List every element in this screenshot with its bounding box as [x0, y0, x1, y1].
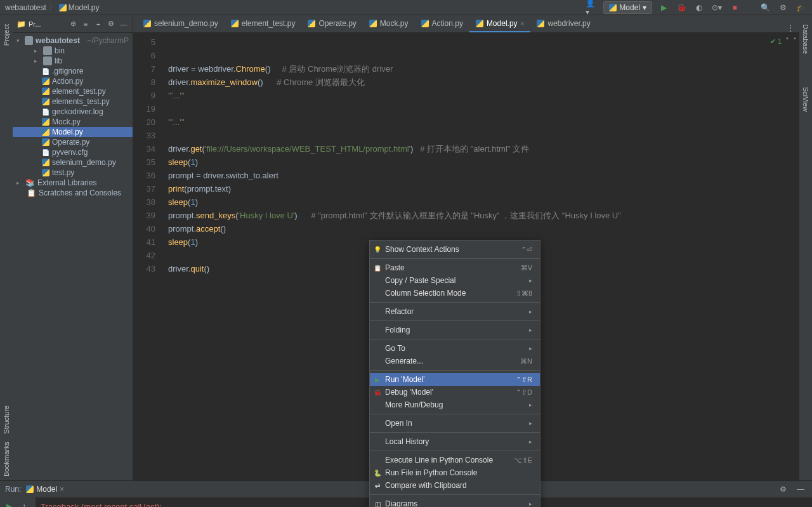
structure-tool-button[interactable]: Structure: [3, 402, 10, 438]
py-icon: 🐍: [373, 468, 382, 477]
tree-item-selenium_demo-py[interactable]: selenium_demo.py: [13, 157, 133, 168]
tree-item-test-py[interactable]: test.py: [13, 168, 133, 178]
menu-item-more-run-debug[interactable]: More Run/Debug▸: [370, 398, 540, 411]
editor-inspection-widget[interactable]: ✔ 1 ˄ ˅: [770, 37, 797, 46]
menu-item-folding[interactable]: Folding▸: [370, 324, 540, 336]
tab-label: Mock.py: [380, 19, 409, 28]
menu-item-paste[interactable]: 📋Paste⌘V: [370, 261, 540, 274]
up-button[interactable]: ↑: [18, 500, 30, 507]
tree-external-libraries[interactable]: ▸📚External Libraries: [13, 178, 133, 188]
tree-item-label: Operate.py: [52, 138, 89, 147]
chevron-down-icon[interactable]: ˅: [793, 37, 797, 46]
tab-selenium_demo-py[interactable]: selenium_demo.py: [137, 16, 225, 32]
tree-item-elements_test-py[interactable]: elements_test.py: [13, 96, 133, 107]
user-icon[interactable]: 👤▾: [586, 1, 598, 14]
tab-Operate-py[interactable]: Operate.py: [301, 16, 362, 32]
tab-Mock-py[interactable]: Mock.py: [363, 16, 415, 32]
chevron-up-icon[interactable]: ˄: [785, 37, 789, 46]
gear-icon[interactable]: ⚙: [106, 19, 116, 29]
profile-button[interactable]: ⊙▾: [710, 1, 723, 14]
tree-item-pyvenv-cfg[interactable]: 📄pyvenv.cfg: [13, 147, 133, 157]
python-icon: [42, 169, 49, 176]
run-config-selector[interactable]: Model▾: [603, 1, 652, 14]
run-panel-title: Run:: [5, 485, 21, 494]
tab-element_test-py[interactable]: element_test.py: [225, 16, 302, 32]
sciview-tool-button[interactable]: SciView: [802, 83, 809, 115]
tab-label: selenium_demo.py: [154, 19, 218, 28]
chevron-right-icon: ▸: [529, 420, 532, 426]
menu-label: Run File in Python Console: [385, 468, 477, 477]
menu-item-column-selection-mode[interactable]: Column Selection Mode⇧⌘8: [370, 287, 540, 300]
tree-scratches[interactable]: 📋Scratches and Consoles: [13, 188, 133, 198]
tree-item-label: geckodriver.log: [52, 107, 103, 116]
menu-item-run-model-[interactable]: ▶Run 'Model'⌃⇧R: [370, 373, 540, 386]
coverage-button[interactable]: ◐: [693, 1, 705, 14]
menu-item-show-context-actions[interactable]: 💡Show Context Actions⌃⏎: [370, 243, 540, 256]
tab-webdriver-py[interactable]: webdriver.py: [530, 16, 596, 32]
rerun-button[interactable]: ▶: [3, 500, 15, 507]
tree-item-Operate-py[interactable]: Operate.py: [13, 137, 133, 147]
run-tab[interactable]: Model×: [26, 485, 64, 494]
menu-item-copy-paste-special[interactable]: Copy / Paste Special▸: [370, 274, 540, 287]
tab-Model-py[interactable]: Model.py×: [469, 16, 531, 32]
tree-item-lib[interactable]: ▸lib: [13, 56, 133, 66]
context-menu[interactable]: 💡Show Context Actions⌃⏎📋Paste⌘VCopy / Pa…: [369, 240, 540, 507]
stop-button[interactable]: ■: [728, 1, 741, 14]
menu-label: Compare with Clipboard: [385, 481, 467, 490]
gear-icon[interactable]: ⚙: [776, 483, 789, 496]
tree-item-geckodriver-log[interactable]: 📄geckodriver.log: [13, 107, 133, 117]
menu-item-compare-with-clipboard[interactable]: ⇄Compare with Clipboard: [370, 479, 540, 492]
close-icon[interactable]: ×: [521, 20, 525, 27]
python-icon: [42, 118, 49, 126]
menu-item-debug-model-[interactable]: 🐞Debug 'Model'⌃⇧D: [370, 386, 540, 398]
breadcrumb-file[interactable]: Model.py: [59, 3, 100, 12]
menu-item-local-history[interactable]: Local History▸: [370, 435, 540, 448]
bookmarks-tool-button[interactable]: Bookmarks: [3, 438, 10, 480]
menu-item-refactor[interactable]: Refactor▸: [370, 305, 540, 318]
menu-item-execute-line-in-python-console[interactable]: Execute Line in Python Console⌥⇧E: [370, 454, 540, 466]
menu-label: Generate...: [385, 357, 423, 365]
tree-item-Model-py[interactable]: Model.py: [13, 127, 133, 137]
left-tool-strip: Project Structure Bookmarks: [0, 15, 13, 480]
tree-item-element_test-py[interactable]: element_test.py: [13, 86, 133, 96]
folder-icon: 📁: [16, 20, 26, 29]
menu-item-generate-[interactable]: Generate...⌘N: [370, 355, 540, 367]
tabs-more-icon[interactable]: ⋮: [782, 23, 799, 32]
breadcrumb-project[interactable]: webautotest: [5, 3, 46, 12]
locate-icon[interactable]: ⊕: [68, 19, 78, 29]
menu-shortcut: ⌃⇧D: [516, 388, 532, 397]
menu-label: Copy / Paste Special: [385, 276, 455, 285]
tree-item-Mock-py[interactable]: Mock.py: [13, 117, 133, 127]
project-tree[interactable]: ▾ webautotest ~/PycharmP ▸bin▸lib📄.gitig…: [13, 33, 133, 480]
tree-item--gitignore[interactable]: 📄.gitignore: [13, 66, 133, 76]
python-icon: [26, 485, 34, 493]
settings-icon[interactable]: ⚙: [776, 1, 789, 14]
search-icon[interactable]: 🔍: [759, 1, 771, 14]
inspection-ok-icon: ✔ 1: [770, 37, 782, 46]
menu-item-go-to[interactable]: Go To▸: [370, 342, 540, 355]
tree-item-Action-py[interactable]: Action.py: [13, 76, 133, 86]
menu-label: Run 'Model': [385, 375, 425, 384]
python-icon: [476, 20, 483, 27]
paste-icon: 📋: [373, 263, 382, 272]
python-icon: [42, 88, 49, 95]
hide-icon[interactable]: —: [119, 19, 129, 29]
tree-item-bin[interactable]: ▸bin: [13, 46, 133, 56]
menu-item-diagrams[interactable]: ◫Diagrams▸: [370, 497, 540, 507]
expand-icon[interactable]: ≡: [81, 19, 91, 29]
file-icon: 📄: [42, 109, 49, 115]
menu-item-run-file-in-python-console[interactable]: 🐍Run File in Python Console: [370, 466, 540, 479]
menu-label: Go To: [385, 344, 405, 353]
collapse-icon[interactable]: ÷: [93, 19, 103, 29]
tree-root[interactable]: ▾ webautotest ~/PycharmP: [13, 36, 133, 46]
tree-item-label: bin: [55, 46, 65, 55]
tab-label: Model.py: [487, 19, 518, 28]
debug-button[interactable]: 🐞: [675, 1, 688, 14]
run-button[interactable]: ▶: [657, 1, 670, 14]
learn-icon[interactable]: 🎓: [794, 1, 807, 14]
database-tool-button[interactable]: Database: [802, 20, 809, 58]
hide-icon[interactable]: —: [794, 483, 807, 496]
tab-Action-py[interactable]: Action.py: [415, 16, 469, 32]
project-tool-button[interactable]: Project: [3, 20, 10, 49]
menu-item-open-in[interactable]: Open In▸: [370, 417, 540, 430]
